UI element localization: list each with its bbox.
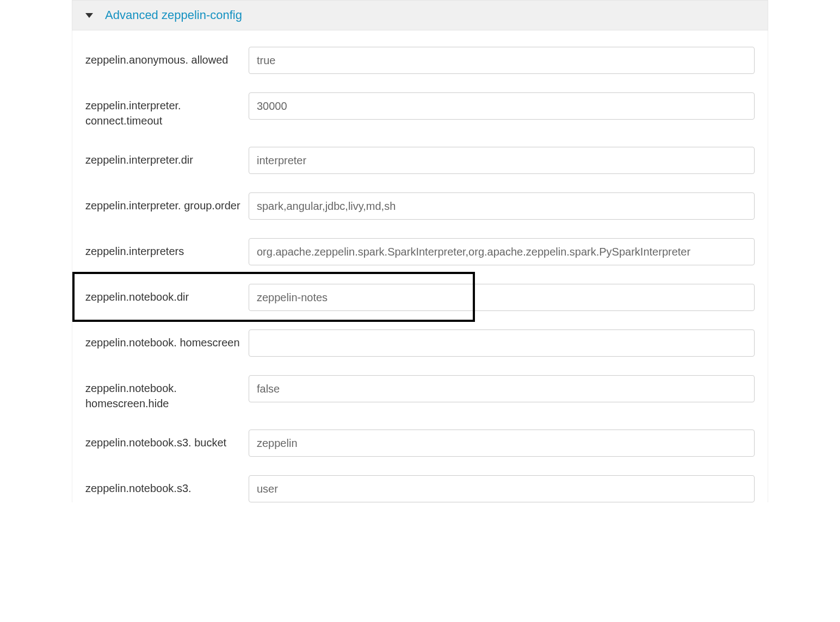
config-label: zeppelin.anonymous. allowed [85,47,249,67]
panel-header[interactable]: Advanced zeppelin-config [72,0,768,30]
config-label: zeppelin.interpreter. connect.timeout [85,92,249,128]
config-label: zeppelin.notebook. homescreen [85,329,249,350]
config-row: zeppelin.interpreters [85,238,755,265]
panel-title: Advanced zeppelin-config [105,8,242,22]
config-label: zeppelin.notebook.s3. bucket [85,430,249,450]
config-input[interactable] [249,284,755,311]
config-row: zeppelin.notebook.s3. [85,475,755,502]
config-input[interactable] [249,329,755,357]
config-input[interactable] [249,238,755,265]
config-label: zeppelin.notebook. homescreen.hide [85,375,249,411]
config-row: zeppelin.notebook.dir [85,284,755,311]
config-input[interactable] [249,147,755,174]
config-row: zeppelin.interpreter.dir [85,147,755,174]
config-row: zeppelin.interpreter. group.order [85,192,755,220]
config-input[interactable] [249,192,755,220]
config-input[interactable] [249,92,755,120]
config-row: zeppelin.anonymous. allowed [85,47,755,74]
config-input[interactable] [249,430,755,457]
config-input[interactable] [249,47,755,74]
config-row: zeppelin.notebook. homescreen.hide [85,375,755,411]
caret-down-icon [85,13,93,18]
config-row: zeppelin.interpreter. connect.timeout [85,92,755,128]
config-row: zeppelin.notebook.s3. bucket [85,430,755,457]
config-row: zeppelin.notebook. homescreen [85,329,755,357]
config-label: zeppelin.notebook.dir [85,284,249,304]
config-label: zeppelin.notebook.s3. [85,475,249,496]
panel-body: zeppelin.anonymous. allowedzeppelin.inte… [72,30,768,502]
config-label: zeppelin.interpreter.dir [85,147,249,167]
config-label: zeppelin.interpreters [85,238,249,259]
config-label: zeppelin.interpreter. group.order [85,192,249,213]
config-input[interactable] [249,475,755,502]
config-panel: Advanced zeppelin-config zeppelin.anonym… [72,0,768,502]
config-input[interactable] [249,375,755,402]
